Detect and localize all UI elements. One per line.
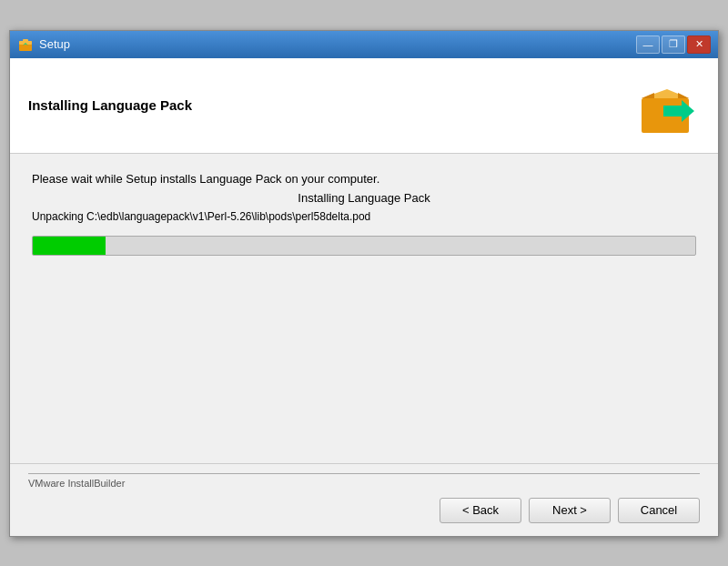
footer-buttons: < Back Next > Cancel bbox=[28, 498, 700, 523]
svg-marker-7 bbox=[678, 93, 689, 98]
package-icon bbox=[634, 73, 700, 138]
install-status: Installing Language Pack bbox=[32, 191, 696, 205]
cancel-button[interactable]: Cancel bbox=[618, 498, 700, 523]
header-area: Installing Language Pack bbox=[10, 58, 718, 154]
title-bar: Setup — ❐ ✕ bbox=[10, 31, 718, 58]
content-area: Please wait while Setup installs Languag… bbox=[10, 154, 718, 463]
minimize-button[interactable]: — bbox=[636, 35, 660, 54]
progress-bar bbox=[32, 236, 696, 256]
close-button[interactable]: ✕ bbox=[687, 35, 711, 54]
next-button[interactable]: Next > bbox=[529, 498, 611, 523]
window-icon bbox=[17, 36, 34, 53]
footer: VMware InstallBuilder < Back Next > Canc… bbox=[10, 463, 718, 536]
back-button[interactable]: < Back bbox=[440, 498, 521, 523]
svg-rect-2 bbox=[23, 39, 28, 43]
maximize-button[interactable]: ❐ bbox=[662, 35, 685, 54]
file-path: Unpacking C:\edb\languagepack\v1\Perl-5.… bbox=[32, 210, 696, 223]
svg-marker-6 bbox=[642, 93, 654, 98]
progress-bar-fill bbox=[33, 237, 106, 255]
branding-label: VMware InstallBuilder bbox=[28, 473, 700, 489]
page-title: Installing Language Pack bbox=[28, 97, 192, 113]
setup-window: Setup — ❐ ✕ Installing Language Pack bbox=[9, 30, 719, 537]
title-bar-text: Setup bbox=[39, 37, 636, 51]
title-bar-controls: — ❐ ✕ bbox=[636, 35, 711, 54]
status-message: Please wait while Setup installs Languag… bbox=[32, 172, 696, 186]
